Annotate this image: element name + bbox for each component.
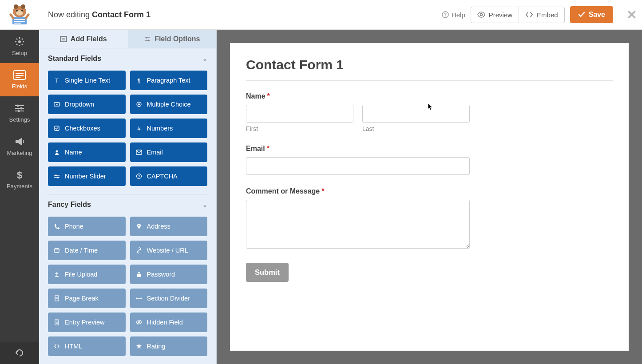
preview-label: Preview — [489, 11, 512, 19]
dollar-icon: $ — [13, 170, 26, 180]
eye-icon — [477, 12, 485, 18]
rail-marketing-label: Marketing — [7, 150, 32, 156]
section-fancy-label: Fancy Fields — [48, 201, 91, 209]
chevron-down-icon: ⌄ — [202, 202, 207, 208]
rail-payments[interactable]: $ Payments — [0, 163, 39, 196]
embed-button[interactable]: Embed — [519, 7, 565, 23]
help-icon: ? — [442, 11, 449, 18]
svg-point-13 — [18, 40, 21, 43]
field-row-email[interactable]: Email* — [246, 145, 613, 175]
svg-point-31 — [147, 40, 149, 41]
svg-point-19 — [17, 105, 19, 107]
code-icon — [53, 343, 60, 350]
field-address[interactable]: Address — [130, 217, 208, 236]
rail-setup[interactable]: Setup — [0, 30, 39, 63]
field-email[interactable]: Email — [130, 142, 208, 162]
svg-point-4 — [16, 10, 18, 12]
svg-rect-40 — [136, 150, 142, 154]
rail-undo[interactable] — [0, 342, 39, 364]
phone-icon — [53, 223, 60, 230]
code-icon — [525, 12, 533, 18]
field-dropdown[interactable]: Dropdown — [48, 95, 126, 114]
save-button[interactable]: Save — [570, 6, 613, 23]
page-title: Now editing Contact Form 1 — [39, 10, 442, 20]
tab-add-fields[interactable]: Add Fields — [39, 30, 128, 48]
svg-text:#: # — [137, 125, 141, 131]
nav-rail: Setup Fields Settings Marketing $ Paymen… — [0, 30, 39, 364]
name-label: Name* — [246, 92, 613, 100]
svg-rect-34 — [54, 103, 59, 106]
svg-point-29 — [146, 37, 147, 39]
field-row-comment[interactable]: Comment or Message* — [246, 187, 613, 250]
field-section-divider[interactable]: Section Divider — [130, 289, 208, 308]
rail-fields[interactable]: Fields — [0, 63, 39, 96]
email-label: Email* — [246, 145, 613, 153]
field-website-url[interactable]: Website / URL — [130, 241, 208, 260]
field-checkboxes[interactable]: Checkboxes — [48, 119, 126, 138]
svg-point-36 — [138, 103, 140, 105]
svg-point-5 — [21, 10, 23, 12]
svg-point-21 — [20, 107, 23, 110]
last-sublabel: Last — [362, 125, 470, 132]
preview-button[interactable]: Preview — [471, 7, 519, 23]
svg-rect-9 — [14, 23, 21, 24]
svg-rect-25 — [60, 36, 67, 42]
radio-icon — [135, 101, 143, 108]
divider-icon — [135, 295, 143, 302]
field-rating[interactable]: Rating — [130, 336, 208, 356]
close-button[interactable]: ✕ — [626, 8, 637, 22]
field-multiple-choice[interactable]: Multiple Choice — [130, 95, 208, 114]
field-html[interactable]: HTML — [48, 336, 126, 356]
rail-payments-label: Payments — [7, 183, 32, 190]
document-icon — [53, 319, 60, 326]
form-name: Contact Form 1 — [92, 10, 151, 19]
section-fancy-fields[interactable]: Fancy Fields ⌄ — [39, 194, 216, 215]
svg-text:T: T — [55, 77, 59, 83]
section-standard-fields[interactable]: Standard Fields ⌄ — [39, 48, 216, 69]
field-file-upload[interactable]: File Upload — [48, 265, 126, 284]
tab-field-options[interactable]: Field Options — [128, 30, 217, 48]
star-icon — [135, 343, 143, 350]
field-date-time[interactable]: Date / Time — [48, 241, 126, 260]
field-number-slider[interactable]: Number Slider — [48, 166, 126, 186]
undo-icon — [15, 348, 24, 358]
field-paragraph-text[interactable]: ¶Paragraph Text — [130, 71, 208, 90]
map-pin-icon — [135, 223, 143, 230]
field-row-name[interactable]: Name* First Last — [246, 92, 613, 132]
fields-panel: Add Fields Field Options Standard Fields… — [39, 30, 217, 364]
first-name-input[interactable] — [246, 105, 353, 123]
svg-text:¶: ¶ — [137, 77, 140, 83]
last-name-input[interactable] — [362, 105, 470, 123]
form-divider — [246, 80, 613, 81]
field-hidden-field[interactable]: Hidden Field — [130, 313, 208, 332]
rail-settings[interactable]: Settings — [0, 96, 39, 130]
eye-off-icon — [135, 319, 143, 326]
field-phone[interactable]: Phone — [48, 217, 126, 236]
field-name[interactable]: Name — [48, 142, 126, 162]
svg-rect-48 — [55, 249, 59, 253]
paragraph-icon: ¶ — [135, 77, 143, 84]
help-label: Help — [452, 11, 465, 19]
field-numbers[interactable]: #Numbers — [130, 119, 208, 138]
field-single-line-text[interactable]: TSingle Line Text — [48, 71, 126, 90]
email-input[interactable] — [246, 157, 470, 175]
field-page-break[interactable]: Page Break — [48, 289, 126, 308]
field-password[interactable]: Password — [130, 265, 208, 284]
lock-icon — [135, 271, 143, 278]
form-preview-card[interactable]: Contact Form 1 Name* First Last — [230, 43, 629, 351]
field-entry-preview[interactable]: Entry Preview — [48, 313, 126, 332]
help-link[interactable]: ? Help — [442, 11, 465, 19]
hash-icon: # — [135, 125, 143, 132]
submit-button[interactable]: Submit — [246, 263, 289, 282]
svg-point-23 — [18, 110, 20, 112]
rail-marketing[interactable]: Marketing — [0, 130, 39, 163]
checkbox-icon — [53, 125, 60, 132]
upload-icon — [53, 271, 60, 278]
top-actions: ? Help Preview Embed Save ✕ — [442, 6, 637, 23]
svg-point-47 — [138, 225, 139, 226]
svg-rect-7 — [14, 19, 25, 20]
field-captcha[interactable]: ?CAPTCHA — [130, 166, 208, 186]
comment-textarea[interactable] — [246, 200, 470, 249]
editing-prefix: Now editing — [48, 10, 92, 19]
link-icon — [135, 247, 143, 254]
